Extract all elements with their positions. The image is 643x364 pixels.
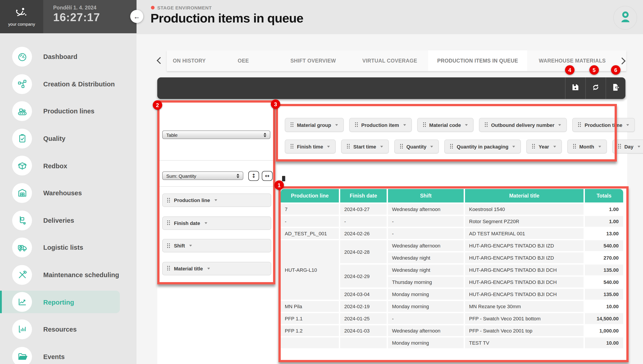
column-header-finish-date[interactable]: Finish date: [340, 189, 388, 204]
field-chip-outbound-delivery-number[interactable]: Outbound delivery number: [479, 118, 567, 132]
table-cell: -: [388, 228, 465, 240]
aggregation-select[interactable]: Sum: Quantity: [162, 172, 243, 180]
creation-distribution-icon: [12, 74, 32, 94]
table-cell: Koestrosol 1540: [465, 204, 585, 216]
sidebar-item-deliveries[interactable]: Deliveries: [0, 207, 136, 234]
sidebar-item-label: Deliveries: [43, 207, 74, 234]
user-profile-button[interactable]: [613, 6, 637, 30]
drag-handle-icon: [618, 144, 621, 149]
sidebar-item-maintenance-scheduling[interactable]: Maintenance scheduling: [0, 262, 136, 289]
table-row: ---Rotor Segment PZ20R1.00: [281, 216, 623, 228]
save-button[interactable]: [565, 78, 585, 99]
tabs-scroll-left-icon[interactable]: [157, 57, 164, 64]
sidebar-item-quality[interactable]: Quality: [0, 125, 136, 152]
table-cell: 2024-02-29: [340, 264, 388, 289]
column-header-material-title[interactable]: Material title: [465, 189, 585, 204]
clock: Pondělí 1. 4. 2024 16:27:17: [43, 0, 136, 33]
field-chip-label: Quantity: [406, 144, 426, 149]
field-chip-finish-time[interactable]: Finish time: [285, 140, 336, 154]
collapse-sidebar-button[interactable]: ←: [130, 10, 143, 23]
field-chip-label: Year: [539, 144, 549, 149]
column-header-totals[interactable]: Totals: [585, 189, 623, 204]
field-chip-quantity-in-packaging[interactable]: Quantity in packaging: [445, 140, 521, 154]
table-row: MN Pila2024-02-19Monday morningMN Rezane…: [281, 301, 623, 313]
sidebar-item-label: Events: [43, 343, 65, 364]
column-header-production-line[interactable]: Production line: [281, 189, 340, 204]
table-cell: 2024-03-27: [340, 204, 388, 216]
sidebar-item-redbox[interactable]: Redbox: [0, 152, 136, 180]
drag-handle-icon: [400, 144, 403, 149]
chevron-down-icon: [189, 245, 192, 246]
table-cell: 10.00: [585, 338, 623, 350]
column-header-shift[interactable]: Shift: [388, 189, 465, 204]
table-cell: Wednesday afternoon: [388, 240, 465, 252]
sidebar-item-label: Creation & Distribution: [43, 70, 115, 98]
table-drag-handle-icon[interactable]: [282, 176, 285, 181]
app-window: your company Pondělí 1. 4. 2024 16:27:17…: [0, 0, 643, 364]
table-cell: 2024-01-25: [340, 313, 388, 325]
warehouses-icon: [12, 183, 32, 203]
refresh-button[interactable]: [585, 78, 606, 99]
chevron-down-icon: [558, 124, 561, 126]
table-cell: 1,000.00: [585, 325, 623, 338]
sidebar-item-label: Maintenance scheduling: [43, 262, 119, 289]
field-chip-start-time[interactable]: Start time: [341, 140, 389, 154]
field-chip-label: Outbound delivery number: [491, 122, 554, 128]
field-chip-material-group[interactable]: Material group: [285, 118, 344, 132]
drag-handle-icon: [291, 122, 294, 127]
table-row: PFP 1.22024-01-03Wednesday afternoonPFP …: [281, 325, 623, 338]
field-chip-material-title[interactable]: Material title: [162, 262, 271, 275]
refresh-icon: [591, 83, 599, 93]
sidebar-item-label: Logistic lists: [43, 234, 83, 261]
field-chip-year[interactable]: Year: [527, 140, 562, 154]
annotation-badge-5: 5: [589, 65, 599, 75]
tab-oee[interactable]: OEE: [212, 50, 275, 71]
field-chip-production-line[interactable]: Production line: [162, 194, 271, 207]
table-row: PFP 1.12024-01-25-PFP - Swatch Veco 2001…: [281, 313, 623, 325]
chevron-down-icon: [204, 222, 207, 224]
sidebar-item-warehouses[interactable]: Warehouses: [0, 180, 136, 207]
field-chip-material-code[interactable]: Material code: [417, 118, 474, 132]
sidebar-item-creation-distribution[interactable]: Creation & Distribution: [0, 70, 136, 98]
field-chip-day[interactable]: Day: [612, 140, 643, 154]
sidebar-item-resources[interactable]: Resources: [0, 316, 136, 343]
table-cell: 540.00: [585, 277, 623, 289]
sidebar-item-label: Reporting: [43, 289, 74, 316]
table-cell: PFP - Swatch Veco 2001 bottom: [465, 313, 585, 325]
sidebar-item-logistic-lists[interactable]: Logistic lists: [0, 234, 136, 261]
table-cell: 2024-03-04: [340, 289, 388, 301]
current-time: 16:27:17: [53, 11, 136, 24]
annotation-badge-3: 3: [271, 100, 280, 109]
sidebar-item-reporting[interactable]: Reporting: [0, 289, 136, 316]
view-type-select[interactable]: Table: [162, 130, 270, 139]
pivot-table: Production lineFinish dateShiftMaterial …: [281, 189, 623, 350]
field-chip-finish-date[interactable]: Finish date: [162, 216, 271, 230]
sidebar-item-production-lines[interactable]: Production lines: [0, 98, 136, 125]
filter-chip-row-2: Finish time Start time Quantity Quantity…: [285, 140, 643, 154]
table-cell: Monday morning: [388, 289, 465, 301]
panel-divider: [159, 186, 274, 187]
tab-shift-overview[interactable]: SHIFT OVERVIEW: [275, 50, 351, 71]
report-toolbar: [157, 78, 625, 99]
field-chip-production-item[interactable]: Production item: [349, 118, 412, 132]
field-chip-quantity[interactable]: Quantity: [394, 140, 439, 154]
table-cell: HUT-ARG-ENCAPS TINTADO BJI DCH: [465, 277, 585, 289]
table-cell: MN Pila: [281, 301, 340, 313]
sidebar-item-dashboard[interactable]: Dashboard: [0, 43, 136, 70]
swap-rows-button[interactable]: ↕: [248, 171, 259, 181]
tab-production-items-in-queue[interactable]: PRODUCTION ITEMS IN QUEUE: [428, 50, 527, 71]
field-chip-shift[interactable]: Shift: [162, 239, 271, 252]
field-chip-month[interactable]: Month: [567, 140, 607, 154]
tab-virtual-coverage[interactable]: VIRTUAL COVERAGE: [351, 50, 428, 71]
chevron-down-icon: [553, 146, 556, 147]
swap-columns-button[interactable]: ↔: [262, 171, 273, 181]
table-cell: -: [281, 216, 340, 228]
select-spinner-icon: [264, 132, 266, 137]
sidebar-item-events[interactable]: Events: [0, 343, 136, 364]
drag-handle-icon: [423, 122, 426, 127]
export-button[interactable]: [606, 78, 626, 99]
deliveries-icon: [12, 210, 32, 230]
tab-on-history[interactable]: ON HISTORY: [167, 50, 212, 71]
field-chip-label: Production time: [585, 122, 622, 128]
field-chip-production-time[interactable]: Production time: [572, 118, 635, 132]
